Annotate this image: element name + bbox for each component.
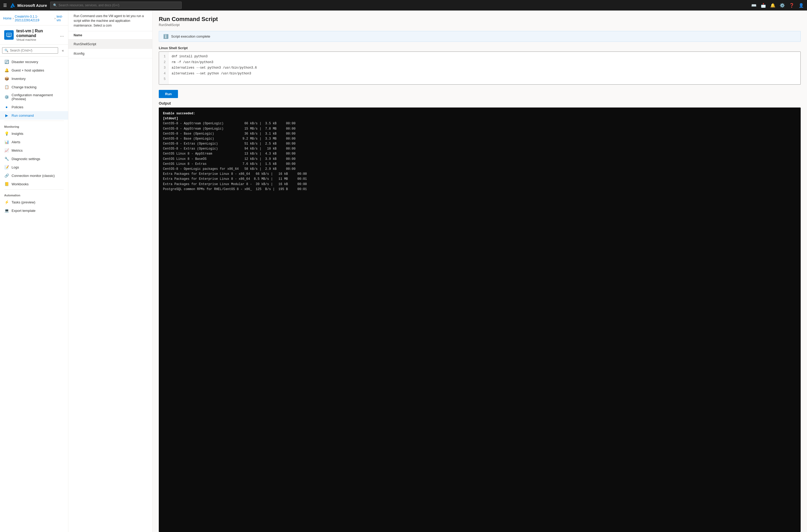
alerts-icon: 📊 xyxy=(4,139,9,144)
tasks-icon: ⚡ xyxy=(4,200,9,205)
vm-more-button[interactable]: ... xyxy=(60,32,64,38)
script-line-2: rm -f /usr/bin/python3 xyxy=(172,60,797,65)
search-input[interactable] xyxy=(59,3,179,7)
automation-section-label: Automation xyxy=(0,191,68,198)
terminal-line-15: PostgreSQL common RPMs for RHEL/CentOS 8… xyxy=(163,187,796,192)
sidebar-item-label: Logs xyxy=(12,165,19,169)
sidebar-search-input[interactable] xyxy=(10,49,56,52)
breadcrumb-home[interactable]: Home xyxy=(3,17,12,20)
sidebar-item-policies[interactable]: ● Policies xyxy=(0,103,68,111)
config-icon: ⚙️ xyxy=(4,95,9,99)
breadcrumb-vm[interactable]: test-vm xyxy=(57,15,65,22)
inventory-icon: 📦 xyxy=(4,76,9,81)
output-label: Output xyxy=(159,101,801,106)
sidebar-item-inventory[interactable]: 📦 Inventory xyxy=(0,74,68,83)
line-num-3: 3 xyxy=(162,65,166,71)
script-panel: Run Command Script RunShellScript ℹ️ Scr… xyxy=(152,11,807,532)
collapse-sidebar-button[interactable]: « xyxy=(60,46,66,55)
help-icon[interactable]: ❓ xyxy=(789,3,794,8)
sidebar-item-connection-monitor[interactable]: 🔗 Connection monitor (classic) xyxy=(0,171,68,180)
script-line-1: dnf install python3 xyxy=(172,54,797,60)
sidebar-item-diagnostic-settings[interactable]: 🔧 Diagnostic settings xyxy=(0,155,68,163)
script-editor[interactable]: 1 2 3 4 5 dnf install python3 rm -f /usr… xyxy=(159,52,801,84)
bell-icon[interactable]: 🔔 xyxy=(770,3,775,8)
sidebar-item-logs[interactable]: 📝 Logs xyxy=(0,163,68,171)
sidebar-item-disaster-recovery[interactable]: 🔄 Disaster recovery xyxy=(0,58,68,66)
terminal-line-11: CentOS-8 - OpenLogic packages for x86_64… xyxy=(163,167,796,172)
sidebar-item-label: Tasks (preview) xyxy=(12,200,35,204)
terminal-line-12: Extra Packages for Enterprise Linux 8 - … xyxy=(163,172,796,177)
sidebar-item-run-command[interactable]: ▶ Run command xyxy=(0,111,68,119)
terminal-line-0: Enable succeeded: xyxy=(163,111,796,116)
diagnostic-icon: 🔧 xyxy=(4,156,9,161)
terminal-icon[interactable]: ⌨️ xyxy=(751,3,756,8)
terminal-line-6: CentOS-8 - Extras (OpenLogic) 51 kB/s | … xyxy=(163,141,796,147)
hamburger-button[interactable]: ☰ xyxy=(3,3,7,8)
run-button[interactable]: Run xyxy=(159,90,178,98)
logs-icon: 📝 xyxy=(4,165,9,170)
global-search[interactable]: 🔍 xyxy=(50,2,181,9)
sidebar-search[interactable]: 🔍 xyxy=(2,47,58,54)
divider-automation xyxy=(4,189,64,190)
breadcrumb: Home › CreateVm-3.1.1-20211228142119 › t… xyxy=(3,13,65,22)
sidebar-item-config-mgmt[interactable]: ⚙️ Configuration management (Preview) xyxy=(0,91,68,103)
sidebar-nav: 🔄 Disaster recovery 🔔 Guest + host updat… xyxy=(0,57,68,532)
sidebar-item-label: Workbooks xyxy=(12,182,28,186)
run-command-icon: ▶ xyxy=(4,113,9,118)
sidebar-item-guest-host-updates[interactable]: 🔔 Guest + host updates xyxy=(0,66,68,74)
command-list: RunShellScript ifconfig xyxy=(68,39,152,532)
svg-rect-1 xyxy=(7,34,11,36)
sidebar-item-label: Policies xyxy=(12,105,23,109)
script-editor-section: Linux Shell Script 1 2 3 4 5 dnf install… xyxy=(159,46,801,84)
terminal-line-7: CentOS-8 - Extras (OpenLogic) 94 kB/s | … xyxy=(163,147,796,151)
script-line-5 xyxy=(172,76,797,82)
command-item-ifconfig[interactable]: ifconfig xyxy=(68,49,152,58)
command-item-runshellscript[interactable]: RunShellScript xyxy=(68,39,152,49)
info-banner-text: Script execution complete xyxy=(171,34,210,38)
output-terminal: Enable succeeded:[stdout]CentOS-8 - AppS… xyxy=(159,108,801,532)
sidebar-item-alerts[interactable]: 📊 Alerts xyxy=(0,138,68,146)
info-icon: ℹ️ xyxy=(163,34,169,39)
brand-name: Microsoft Azure xyxy=(17,3,47,7)
sidebar-item-label: Export template xyxy=(12,209,36,213)
sidebar-item-label: Run command xyxy=(12,114,34,117)
settings-icon[interactable]: ⚙️ xyxy=(780,3,785,8)
command-panel-description: Run Command uses the VM agent to let you… xyxy=(68,11,152,31)
sidebar-item-label: Connection monitor (classic) xyxy=(12,174,55,178)
script-panel-subtitle: RunShellScript xyxy=(159,23,801,27)
info-banner: ℹ️ Script execution complete xyxy=(159,31,801,42)
vm-icon xyxy=(4,30,14,40)
sidebar-item-tasks[interactable]: ⚡ Tasks (preview) xyxy=(0,198,68,206)
sidebar-item-label: Configuration management (Preview) xyxy=(12,93,64,101)
sidebar: Home › CreateVm-3.1.1-20211228142119 › t… xyxy=(0,11,68,532)
script-panel-title: Run Command Script xyxy=(159,16,801,23)
connection-icon: 🔗 xyxy=(4,173,9,178)
sidebar-item-export-template[interactable]: 💻 Export template xyxy=(0,206,68,215)
brand-logo: Microsoft Azure xyxy=(10,3,47,8)
line-num-5: 5 xyxy=(162,76,166,82)
updates-icon: 🔔 xyxy=(4,68,9,73)
export-icon: 💻 xyxy=(4,208,9,213)
terminal-line-8: CentOS Linux 8 - AppStream 13 kB/s | 4.3… xyxy=(163,151,796,156)
disaster-recovery-icon: 🔄 xyxy=(4,59,9,64)
script-editor-label: Linux Shell Script xyxy=(159,46,801,50)
workbooks-icon: 📒 xyxy=(4,182,9,186)
sidebar-item-label: Metrics xyxy=(12,149,23,152)
change-tracking-icon: 📋 xyxy=(4,84,9,89)
feedback-icon[interactable]: 📩 xyxy=(761,3,766,8)
breadcrumb-rg[interactable]: CreateVm-3.1.1-20211228142119 xyxy=(15,15,53,22)
sidebar-item-label: Change tracking xyxy=(12,85,37,89)
monitoring-section-label: Monitoring xyxy=(0,122,68,129)
sidebar-item-metrics[interactable]: 📈 Metrics xyxy=(0,146,68,155)
sidebar-item-insights[interactable]: 💡 Insights xyxy=(0,129,68,138)
sidebar-item-label: Inventory xyxy=(12,77,25,81)
command-table-header: Name xyxy=(68,31,152,39)
user-icon[interactable]: 👤 xyxy=(799,3,804,8)
terminal-line-14: Extra Packages for Enterprise Linux Modu… xyxy=(163,182,796,187)
line-num-2: 2 xyxy=(162,60,166,65)
sidebar-item-workbooks[interactable]: 📒 Workbooks xyxy=(0,180,68,188)
vm-title: test-vm | Run command xyxy=(16,28,57,38)
script-lines: dnf install python3 rm -f /usr/bin/pytho… xyxy=(169,52,801,84)
sidebar-item-change-tracking[interactable]: 📋 Change tracking xyxy=(0,83,68,91)
vm-subtitle: Virtual machine xyxy=(16,38,57,41)
